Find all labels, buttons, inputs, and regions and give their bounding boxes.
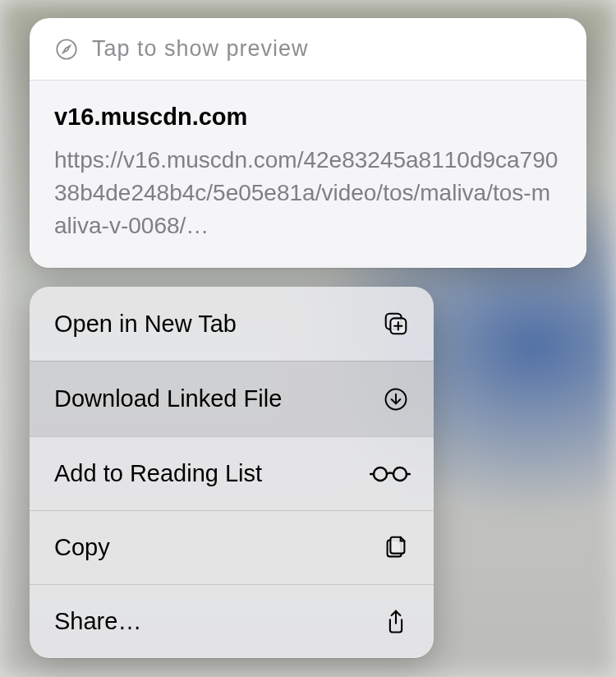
- menu-item-label: Share…: [54, 608, 141, 635]
- share-item[interactable]: Share…: [30, 584, 434, 658]
- svg-point-9: [393, 467, 407, 481]
- preview-url: https://v16.muscdn.com/​42e83245a8110d9c…: [54, 144, 562, 242]
- svg-marker-1: [63, 45, 70, 52]
- copy-item[interactable]: Copy: [30, 510, 434, 584]
- tap-to-show-preview[interactable]: Tap to show preview: [30, 18, 586, 80]
- menu-item-label: Add to Reading List: [54, 460, 262, 487]
- menu-item-label: Copy: [54, 534, 110, 561]
- svg-point-8: [374, 467, 387, 481]
- glasses-icon: [370, 459, 411, 489]
- svg-point-0: [57, 39, 76, 58]
- open-in-new-tab-item[interactable]: Open in New Tab: [30, 287, 434, 361]
- link-preview-card: Tap to show preview v16.muscdn.com https…: [30, 18, 586, 268]
- add-to-reading-list-item[interactable]: Add to Reading List: [30, 436, 434, 510]
- new-tab-icon: [381, 309, 411, 338]
- copy-icon: [381, 533, 411, 563]
- menu-item-label: Download Linked File: [54, 385, 282, 412]
- compass-icon: [54, 37, 79, 62]
- preview-domain: v16.muscdn.com: [54, 104, 562, 131]
- context-menu: Open in New Tab Download Linked File Add…: [30, 287, 434, 658]
- share-icon: [381, 607, 411, 637]
- download-icon: [381, 385, 411, 414]
- download-linked-file-item[interactable]: Download Linked File: [30, 361, 434, 436]
- tap-hint-text: Tap to show preview: [92, 36, 309, 62]
- menu-item-label: Open in New Tab: [54, 311, 237, 338]
- preview-body[interactable]: v16.muscdn.com https://v16.muscdn.com/​4…: [30, 81, 586, 268]
